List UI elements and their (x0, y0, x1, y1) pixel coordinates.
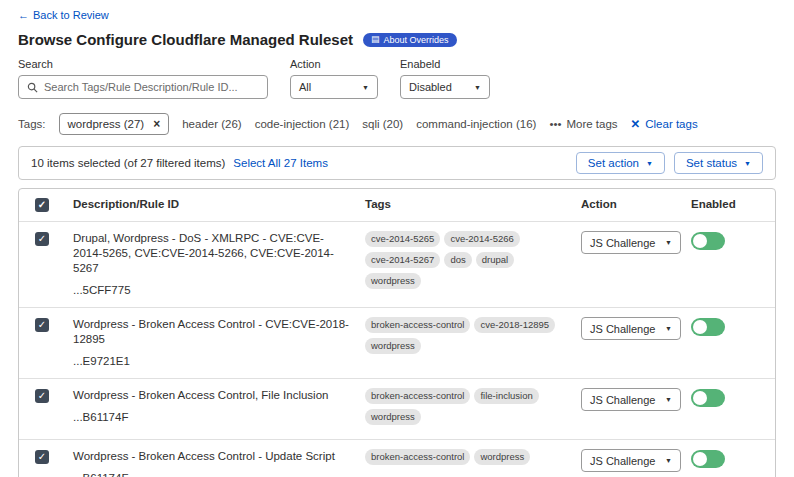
rules-table: ✓ Description/Rule ID Tags Action Enable… (18, 188, 776, 477)
rule-id: ...B61174F (73, 471, 349, 477)
table-row: ✓ Wordpress - Broken Access Control, Fil… (19, 378, 775, 439)
tag-chip: cve-2018-12895 (474, 317, 555, 333)
action-filter-select[interactable]: All ▼ (290, 75, 378, 99)
selection-summary: 10 items selected (of 27 filtered items) (31, 157, 225, 169)
row-action-value: JS Challenge (590, 323, 655, 335)
enabled-toggle[interactable] (691, 318, 725, 336)
action-filter-label: Action (290, 58, 378, 70)
enabled-toggle[interactable] (691, 232, 725, 250)
toggle-knob (693, 452, 707, 466)
row-checkbox[interactable]: ✓ (35, 450, 49, 464)
tag-option-sqli[interactable]: sqli (20) (362, 118, 403, 130)
clear-tags-label: Clear tags (645, 118, 697, 130)
tag-chip: wordpress (365, 338, 421, 354)
tag-option-command-injection[interactable]: command-injection (16) (416, 118, 536, 130)
rule-tags: cve-2014-5265cve-2014-5266cve-2014-5267d… (357, 222, 573, 307)
table-row: ✓ Wordpress - Broken Access Control - Up… (19, 439, 775, 477)
chevron-down-icon: ▼ (665, 325, 672, 332)
tag-chip: wordpress (365, 273, 421, 289)
rule-tags: broken-access-controlwordpress (357, 440, 573, 477)
set-action-label: Set action (588, 157, 639, 169)
rule-tags: broken-access-controlfile-inclusionwordp… (357, 379, 573, 439)
close-icon: ✕ (631, 117, 641, 131)
page: ← Back to Review Browse Configure Cloudf… (0, 0, 794, 477)
search-icon (27, 82, 38, 93)
rule-description: Wordpress - Broken Access Control - CVE:… (73, 317, 349, 347)
search-filter: Search (18, 58, 268, 99)
more-tags-label: More tags (566, 118, 617, 130)
set-action-button[interactable]: Set action ▼ (576, 152, 665, 174)
tag-chip: wordpress (365, 409, 421, 425)
rule-description: Wordpress - Broken Access Control - Upda… (73, 449, 349, 464)
column-header-description: Description/Rule ID (65, 189, 357, 221)
toggle-knob (693, 234, 707, 248)
toggle-knob (693, 320, 707, 334)
remove-tag-icon[interactable]: × (153, 117, 160, 131)
bulk-action-buttons: Set action ▼ Set status ▼ (576, 152, 763, 174)
set-status-label: Set status (686, 157, 737, 169)
back-link-label: Back to Review (33, 9, 109, 21)
tag-option-header[interactable]: header (26) (182, 118, 241, 130)
row-action-select[interactable]: JS Challenge ▼ (581, 449, 681, 472)
rule-id: ...E9721E1 (73, 354, 349, 369)
tag-chip: dos (444, 252, 471, 268)
row-action-select[interactable]: JS Challenge ▼ (581, 231, 681, 254)
row-action-value: JS Challenge (590, 394, 655, 406)
row-action-value: JS Challenge (590, 455, 655, 467)
chevron-down-icon: ▼ (665, 239, 672, 246)
row-checkbox[interactable]: ✓ (35, 318, 49, 332)
tag-chip: cve-2014-5267 (365, 252, 440, 268)
search-input[interactable] (44, 81, 259, 93)
about-overrides-badge[interactable]: ▤ About Overrides (363, 33, 457, 47)
action-filter: Action All ▼ (290, 58, 378, 99)
filters-row: Search Action All ▼ Enabeld Disabled ▼ (18, 58, 776, 99)
row-checkbox[interactable]: ✓ (35, 389, 49, 403)
chevron-down-icon: ▼ (474, 84, 481, 91)
column-header-tags: Tags (357, 189, 573, 221)
selection-bar: 10 items selected (of 27 filtered items)… (18, 146, 776, 180)
enabled-toggle[interactable] (691, 389, 725, 407)
tag-chip: cve-2014-5266 (444, 231, 519, 247)
tag-chip: broken-access-control (365, 449, 470, 465)
enabled-filter-label: Enabeld (400, 58, 490, 70)
column-header-enabled: Enabled (683, 189, 775, 221)
select-all-link[interactable]: Select All 27 Items (233, 157, 328, 169)
back-to-review-link[interactable]: ← Back to Review (18, 9, 109, 21)
table-row: ✓ Wordpress - Broken Access Control - CV… (19, 307, 775, 378)
tag-chip: broken-access-control (365, 317, 470, 333)
tag-option-code-injection[interactable]: code-injection (21) (255, 118, 350, 130)
clear-tags-button[interactable]: ✕ Clear tags (631, 117, 698, 131)
rule-tags: broken-access-controlcve-2018-12895wordp… (357, 308, 573, 378)
rule-id: ...5CFF775 (73, 283, 349, 298)
tag-chip: file-inclusion (474, 388, 538, 404)
chevron-down-icon: ▼ (362, 84, 369, 91)
chevron-down-icon: ▼ (665, 396, 672, 403)
enabled-filter-value: Disabled (409, 81, 452, 93)
tags-bar: Tags: wordpress (27) × header (26) code-… (18, 113, 776, 135)
enabled-filter-select[interactable]: Disabled ▼ (400, 75, 490, 99)
chevron-down-icon: ▼ (665, 457, 672, 464)
table-header-row: ✓ Description/Rule ID Tags Action Enable… (19, 189, 775, 221)
back-arrow-icon: ← (18, 9, 29, 21)
toggle-knob (693, 391, 707, 405)
select-all-checkbox[interactable]: ✓ (35, 198, 49, 212)
search-label: Search (18, 58, 268, 70)
rule-description: Wordpress - Broken Access Control, File … (73, 388, 349, 403)
search-box (18, 75, 268, 99)
more-tags-button[interactable]: ••• More tags (549, 118, 617, 130)
row-action-value: JS Challenge (590, 237, 655, 249)
set-status-button[interactable]: Set status ▼ (674, 152, 763, 174)
tag-chip: broken-access-control (365, 388, 470, 404)
row-action-select[interactable]: JS Challenge ▼ (581, 388, 681, 411)
tag-chip: cve-2014-5265 (365, 231, 440, 247)
tags-bar-label: Tags: (18, 118, 46, 130)
row-action-select[interactable]: JS Challenge ▼ (581, 317, 681, 340)
ellipsis-icon: ••• (549, 118, 561, 130)
action-filter-value: All (299, 81, 311, 93)
tag-chip: drupal (476, 252, 514, 268)
enabled-toggle[interactable] (691, 450, 725, 468)
row-checkbox[interactable]: ✓ (35, 232, 49, 246)
book-icon: ▤ (371, 35, 380, 44)
rule-id: ...B61174F (73, 410, 349, 425)
selected-tag-wordpress[interactable]: wordpress (27) × (59, 113, 170, 135)
